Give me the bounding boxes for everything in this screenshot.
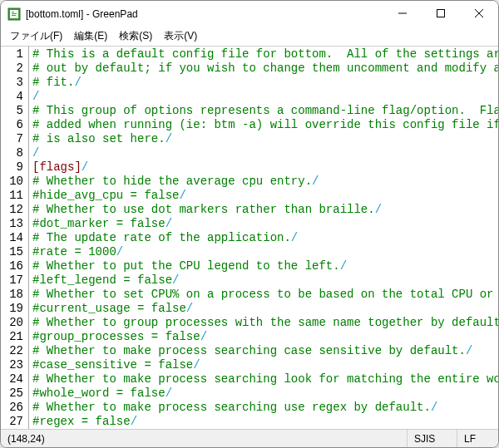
code-line[interactable]: # Whether to make process searching case… (32, 344, 498, 358)
eol-icon: / (74, 76, 81, 89)
line-number: 22 (1, 344, 23, 358)
line-number: 23 (1, 358, 23, 372)
eol-icon: / (466, 344, 472, 357)
app-icon (7, 7, 21, 21)
status-encoding: SJIS (407, 430, 457, 447)
code-line[interactable]: #hide_avg_cpu = false/ (32, 189, 498, 203)
code-line[interactable]: #current_usage = false/ (32, 302, 498, 316)
eol-icon: / (166, 132, 172, 145)
code-line[interactable]: # is also set here./ (32, 132, 498, 146)
eol-icon: / (172, 273, 179, 287)
eol-icon: / (166, 217, 172, 230)
code-line[interactable]: [flags]/ (32, 160, 498, 175)
line-number: 17 (1, 273, 23, 288)
line-number: 15 (1, 245, 23, 259)
eol-icon: / (200, 330, 207, 343)
svg-rect-2 (12, 12, 14, 12)
code-line[interactable]: # fit./ (32, 76, 498, 90)
status-cursor-position: (148,24) (1, 430, 407, 447)
code-line[interactable]: # added when running (ie: btm -a) will o… (32, 118, 498, 132)
line-number: 26 (1, 401, 23, 415)
line-number: 27 (1, 415, 23, 429)
eol-icon: / (312, 175, 319, 188)
svg-rect-4 (12, 15, 16, 16)
line-number: 14 (1, 231, 23, 245)
menu-file[interactable]: ファイル(F) (4, 27, 68, 45)
svg-rect-6 (437, 10, 445, 17)
eol-icon: / (116, 245, 123, 258)
eol-icon: / (431, 401, 437, 414)
line-number: 12 (1, 203, 23, 217)
line-number: 3 (1, 76, 23, 90)
code-line[interactable]: # This group of options represents a com… (32, 104, 498, 118)
statusbar: (148,24) SJIS LF (1, 429, 498, 447)
menu-search[interactable]: 検索(S) (113, 27, 158, 45)
line-number: 9 (1, 160, 23, 175)
minimize-button[interactable] (383, 1, 422, 26)
code-line[interactable]: # Whether to use dot markers rather than… (32, 203, 498, 217)
code-line[interactable]: # This is a default config file for bott… (32, 47, 498, 62)
line-number: 13 (1, 217, 23, 231)
line-number: 24 (1, 372, 23, 386)
line-number: 21 (1, 330, 23, 344)
line-number: 2 (1, 62, 23, 76)
code-line[interactable]: / (32, 90, 498, 104)
code-line[interactable]: #group_processes = false/ (32, 330, 498, 344)
line-number: 4 (1, 90, 23, 104)
menu-view[interactable]: 表示(V) (158, 27, 203, 45)
close-button[interactable] (460, 1, 498, 26)
code-line[interactable]: #left_legend = false/ (32, 273, 498, 288)
line-number: 5 (1, 104, 23, 118)
line-number: 1 (1, 47, 23, 62)
eol-icon: / (82, 160, 88, 174)
code-line[interactable]: #whole_word = false/ (32, 386, 498, 401)
text-area[interactable]: # This is a default config file for bott… (29, 47, 498, 429)
editor: 1234567891011121314151617181920212223242… (1, 46, 498, 429)
eol-icon: / (193, 358, 200, 372)
line-number: 20 (1, 316, 23, 330)
menubar: ファイル(F) 編集(E) 検索(S) 表示(V) (1, 27, 498, 46)
code-line[interactable]: #dot_marker = false/ (32, 217, 498, 231)
code-line[interactable]: #rate = 1000/ (32, 245, 498, 259)
menu-edit[interactable]: 編集(E) (68, 27, 113, 45)
code-line[interactable]: # Whether to group processes with the sa… (32, 316, 498, 330)
status-line-ending: LF (457, 430, 498, 447)
code-line[interactable]: # Whether to make process searching look… (32, 372, 498, 386)
eol-icon: / (291, 231, 298, 244)
line-number: 18 (1, 288, 23, 302)
app-window: [bottom.toml] - GreenPad ファイル(F) 編集(E) 検… (0, 0, 499, 448)
line-number: 19 (1, 302, 23, 316)
eol-icon: / (340, 259, 347, 273)
eol-icon: / (375, 203, 382, 216)
eol-icon: / (32, 90, 39, 103)
line-number: 11 (1, 189, 23, 203)
line-number: 6 (1, 118, 23, 132)
code-line[interactable]: # Whether to put the CPU legend to the l… (32, 259, 498, 273)
code-line[interactable]: #case_sensitive = false/ (32, 358, 498, 372)
line-number: 10 (1, 175, 23, 189)
line-number-gutter: 1234567891011121314151617181920212223242… (1, 47, 29, 429)
eol-icon: / (131, 415, 137, 428)
code-line[interactable]: # The update rate of the application./ (32, 231, 498, 245)
code-line[interactable]: # Whether to make process searching use … (32, 401, 498, 415)
code-line[interactable]: # Whether to hide the average cpu entry.… (32, 175, 498, 189)
eol-icon: / (32, 146, 39, 160)
eol-icon: / (186, 302, 193, 315)
svg-rect-3 (12, 13, 17, 14)
eol-icon: / (166, 386, 172, 400)
eol-icon: / (179, 189, 185, 202)
code-line[interactable]: / (32, 146, 498, 160)
code-line[interactable]: # out by default; if you wish to change … (32, 62, 498, 76)
code-line[interactable]: # Whether to set CPU% on a process to be… (32, 288, 498, 302)
line-number: 16 (1, 259, 23, 273)
window-title: [bottom.toml] - GreenPad (26, 8, 383, 20)
maximize-button[interactable] (422, 1, 460, 26)
line-number: 7 (1, 132, 23, 146)
line-number: 8 (1, 146, 23, 160)
window-controls (383, 1, 498, 27)
code-line[interactable]: #regex = false/ (32, 415, 498, 429)
titlebar[interactable]: [bottom.toml] - GreenPad (1, 1, 498, 27)
line-number: 25 (1, 386, 23, 401)
